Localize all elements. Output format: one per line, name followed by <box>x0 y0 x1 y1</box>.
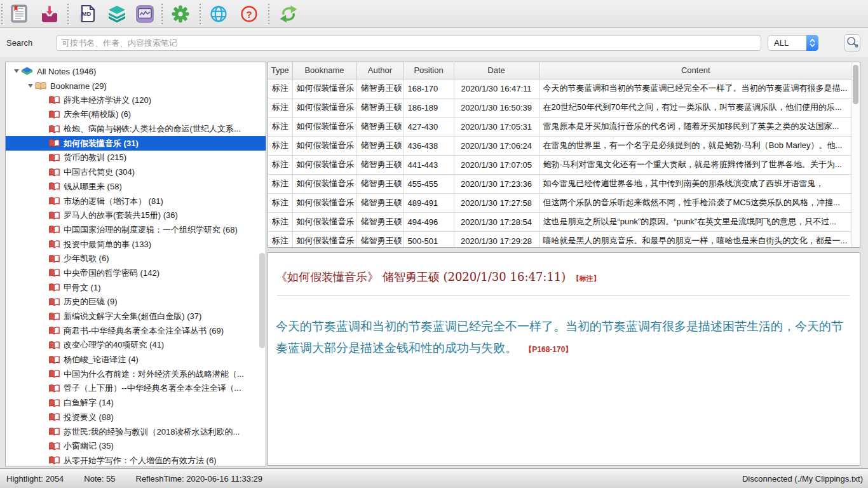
note-table-row[interactable]: 标注 如何假装懂音乐 储智勇王硕 186-189 2020/1/30 16:50… <box>268 98 852 117</box>
tree-item-label: 商君书-中华经典名著全本全注全译丛书 (69) <box>64 325 224 337</box>
tree-item[interactable]: 如何假装懂音乐 (31) <box>6 136 266 151</box>
note-table-row[interactable]: 标注 如何假装懂音乐 储智勇王硕 494-496 2020/1/30 17:28… <box>268 212 852 231</box>
cell-content: 鲍勃·马利对雷鬼文化还有一个重大贡献，就是将脏辫传播到了世界各地。关于为... <box>539 155 852 174</box>
tree-item[interactable]: 杨伯峻_论语译注 (4) <box>6 353 266 367</box>
disclosure-triangle-icon[interactable] <box>26 84 35 88</box>
tree-item[interactable]: 少年凯歌 (6) <box>6 252 266 266</box>
tree-item-label: 少年凯歌 (6) <box>64 253 109 264</box>
tree-item[interactable]: 从零开始学写作：个人增值的有效方法 (6) <box>6 454 266 466</box>
notes-icon[interactable] <box>9 4 29 24</box>
tree-item[interactable]: 投资要义 (88) <box>6 410 266 425</box>
tree-item[interactable]: 罗马人的故事(套装共15册) (36) <box>6 208 266 223</box>
tree-item-label: 改变心理学的40项研究 (41) <box>64 339 164 351</box>
note-table-row[interactable]: 标注 如何假装懂音乐 储智勇王硕 500-501 2020/1/30 17:29… <box>268 231 852 248</box>
note-detail-header: 《如何假装懂音乐》 储智勇王硕 (2020/1/30 16:47:11) 【标注… <box>276 269 851 285</box>
note-table-row[interactable]: 标注 如何假装懂音乐 储智勇王硕 489-491 2020/1/30 17:27… <box>268 193 852 212</box>
tree-item[interactable]: 管子（上下册）--中华经典名著全本全注全译（... <box>6 381 266 396</box>
tree-item[interactable]: 投资中最简单的事 (133) <box>6 237 266 252</box>
cell-date: 2020/1/30 17:07:05 <box>454 155 539 174</box>
tree-item-label: 中国古代简史 (304) <box>64 166 135 178</box>
tree-item[interactable]: 货币的教训 (215) <box>6 151 266 165</box>
help-icon[interactable]: ? <box>239 4 259 24</box>
tree-item-label: 白鱼解字 (14) <box>64 397 114 409</box>
cell-author: 储智勇王硕 <box>356 117 403 136</box>
import-icon[interactable] <box>39 4 60 24</box>
col-header-type[interactable]: Type <box>268 62 292 79</box>
col-header-bookname[interactable]: Bookname <box>292 62 356 79</box>
layers-icon[interactable] <box>107 4 127 24</box>
sidebar-scrollbar[interactable] <box>259 253 265 348</box>
search-button[interactable] <box>844 34 860 51</box>
tree-item[interactable]: 中国古代简史 (304) <box>6 165 266 180</box>
col-header-author[interactable]: Author <box>356 62 403 79</box>
note-table-row[interactable]: 标注 如何假装懂音乐 储智勇王硕 455-455 2020/1/30 17:23… <box>268 174 852 193</box>
table-scrollbar-thumb[interactable] <box>853 65 858 104</box>
tree-item[interactable]: 市场的逻辑（增订本） (81) <box>6 194 266 208</box>
cell-bookname: 如何假装懂音乐 <box>292 79 356 98</box>
tree-item[interactable]: 枪炮、病菌与钢铁:人类社会的命运(世纪人文系... <box>6 122 266 137</box>
note-table-row[interactable]: 标注 如何假装懂音乐 储智勇王硕 427-430 2020/1/30 17:05… <box>268 117 852 136</box>
tree-item[interactable]: 苏世民:我的经验与教训（2018读桥水达利欧的... <box>6 424 266 439</box>
col-header-position[interactable]: Position <box>403 62 454 79</box>
connection-status: Disconnected (./My Clippings.txt) <box>742 474 863 484</box>
book-icon <box>49 153 60 163</box>
table-header-row: Type Bookname Author Position Date Conte… <box>268 62 852 79</box>
tree-item-label: 货币的教训 (215) <box>64 152 126 163</box>
tree-item-label: 钱从哪里来 (58) <box>64 181 122 193</box>
note-detail-body: 今天的节奏蓝调和当初的节奏蓝调已经完全不一样了。当初的节奏蓝调有很多是描述困苦生… <box>276 316 851 360</box>
tree-item[interactable]: All Notes (1946) <box>6 64 266 79</box>
toolbar-separator <box>200 4 201 24</box>
cell-content: 在雷鬼的世界里，有一个名字是必须提到的，就是鲍勃·马利（Bob Marley）。… <box>539 136 852 155</box>
table-scrollbar-track[interactable] <box>851 62 860 247</box>
tree-item[interactable]: 历史的巨镜 (9) <box>6 295 266 309</box>
note-table-row[interactable]: 标注 如何假装懂音乐 储智勇王硕 441-443 2020/1/30 17:07… <box>268 155 852 174</box>
tree-item-label: 罗马人的故事(套装共15册) (36) <box>64 210 178 221</box>
book-icon <box>49 139 60 148</box>
book-icon <box>49 95 60 105</box>
tree-item[interactable]: 白鱼解字 (14) <box>6 396 266 410</box>
tree-item[interactable]: 中央帝国的哲学密码 (142) <box>6 266 266 281</box>
cell-author: 储智勇王硕 <box>356 136 403 155</box>
scope-select[interactable]: ALL <box>768 35 818 51</box>
tree-item-label: Bookname (29) <box>50 81 107 91</box>
globe-icon[interactable] <box>208 4 229 24</box>
cell-author: 储智勇王硕 <box>356 155 403 174</box>
tree-item[interactable]: 中国国家治理的制度逻辑：一个组织学研究 (68) <box>6 223 266 238</box>
detail-divider <box>277 295 850 295</box>
toolbar-separator <box>1 4 3 24</box>
cell-position: 500-501 <box>403 231 454 248</box>
col-header-content[interactable]: Content <box>539 62 852 79</box>
tree-item[interactable]: 钱从哪里来 (58) <box>6 180 266 194</box>
note-table-row[interactable]: 标注 如何假装懂音乐 储智勇王硕 436-438 2020/1/30 17:06… <box>268 136 852 155</box>
note-detail-panel: 《如何假装懂音乐》 储智勇王硕 (2020/1/30 16:47:11) 【标注… <box>268 252 860 466</box>
tree-item[interactable]: 小窗幽记 (35) <box>6 439 266 454</box>
cell-author: 储智勇王硕 <box>356 193 403 212</box>
chart-icon[interactable] <box>135 4 155 24</box>
col-header-date[interactable]: Date <box>454 62 539 79</box>
tree-item-label: 管子（上下册）--中华经典名著全本全注全译（... <box>64 383 241 394</box>
note-detail-title: 《如何假装懂音乐》 储智勇王硕 (2020/1/30 16:47:11) <box>276 270 566 283</box>
tree-item-label: 庆余年(精校版) (6) <box>64 109 131 120</box>
book-icon <box>49 268 60 278</box>
search-input[interactable] <box>56 35 761 51</box>
cell-date: 2020/1/30 17:27:58 <box>454 193 539 212</box>
tree-item[interactable]: Bookname (29) <box>6 79 266 93</box>
note-table-row[interactable]: 标注 如何假装懂音乐 储智勇王硕 168-170 2020/1/30 16:47… <box>268 79 852 98</box>
tree-item[interactable]: 改变心理学的40项研究 (41) <box>6 338 266 353</box>
disclosure-triangle-icon[interactable] <box>12 69 21 73</box>
tree-item[interactable]: 薛兆丰经济学讲义 (120) <box>6 93 266 107</box>
sync-icon[interactable] <box>278 4 299 24</box>
tree-item[interactable]: 商君书-中华经典名著全本全注全译丛书 (69) <box>6 323 266 338</box>
cell-position: 489-491 <box>403 193 454 212</box>
tree-item[interactable]: 庆余年(精校版) (6) <box>6 107 266 122</box>
tree-item-label: 市场的逻辑（增订本） (81) <box>64 196 163 207</box>
settings-gear-icon[interactable] <box>170 4 191 24</box>
book-icon <box>49 211 60 220</box>
tree-item[interactable]: 新编说文解字大全集(超值白金版) (37) <box>6 309 266 324</box>
tree-item[interactable]: 甲骨文 (1) <box>6 280 266 295</box>
cell-type: 标注 <box>268 136 292 155</box>
book-tree: All Notes (1946) Bookname (29) <box>6 62 266 466</box>
markdown-file-icon[interactable]: MD <box>78 4 98 24</box>
tree-item[interactable]: 中国为什么有前途：对外经济关系的战略潜能（... <box>6 367 266 381</box>
tree-item-label: 新编说文解字大全集(超值白金版) (37) <box>64 311 201 322</box>
